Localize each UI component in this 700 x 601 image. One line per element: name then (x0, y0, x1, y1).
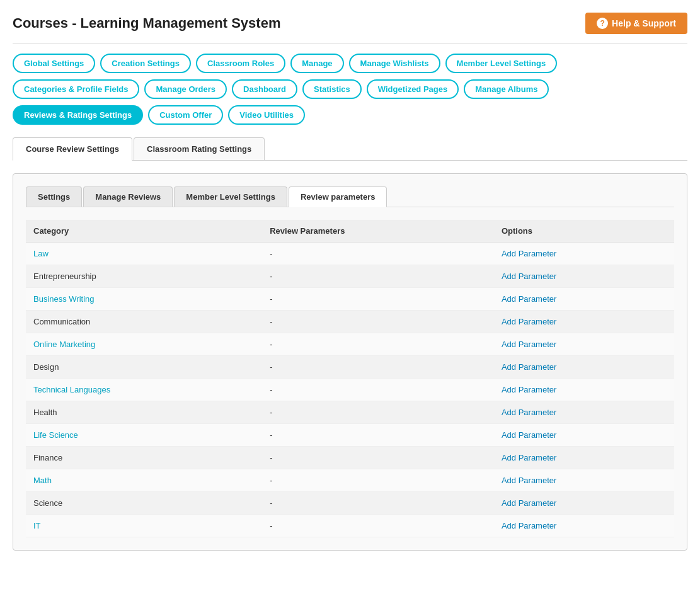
add-parameter-link[interactable]: Add Parameter (502, 430, 556, 440)
cell-category: Math (26, 469, 262, 492)
cell-options: Add Parameter (494, 288, 674, 311)
cell-category: Entrepreneurship (26, 265, 262, 288)
help-button-label: Help & Support (612, 18, 676, 28)
add-parameter-link[interactable]: Add Parameter (502, 453, 556, 462)
nav-pill-creation-settings[interactable]: Creation Settings (100, 54, 191, 73)
cell-category: IT (26, 515, 262, 537)
table-row: Health-Add Parameter (26, 401, 674, 424)
nav-pill-widgetized-pages[interactable]: Widgetized Pages (367, 79, 459, 99)
page-title: Courses - Learning Management System (13, 15, 280, 31)
inner-tab-settings[interactable]: Settings (26, 186, 82, 207)
table-row: Communication-Add Parameter (26, 311, 674, 333)
cell-category: Law (26, 243, 262, 265)
nav-pill-statistics[interactable]: Statistics (302, 79, 362, 99)
cell-review-parameters: - (262, 265, 494, 288)
cell-options: Add Parameter (494, 379, 674, 401)
cell-review-parameters: - (262, 311, 494, 333)
add-parameter-link[interactable]: Add Parameter (502, 498, 556, 508)
inner-tabs: SettingsManage ReviewsMember Level Setti… (26, 186, 674, 207)
table-row: Business Writing-Add Parameter (26, 288, 674, 311)
table-row: Entrepreneurship-Add Parameter (26, 265, 674, 288)
nav-pill-manage[interactable]: Manage (290, 54, 343, 73)
cell-options: Add Parameter (494, 356, 674, 379)
nav-pill-reviews-ratings-settings[interactable]: Reviews & Ratings Settings (13, 105, 143, 125)
col-category: Category (26, 220, 262, 243)
nav-pill-categories-profile-fields[interactable]: Categories & Profile Fields (13, 79, 139, 99)
cell-review-parameters: - (262, 356, 494, 379)
cell-category: Design (26, 356, 262, 379)
cell-options: Add Parameter (494, 311, 674, 333)
nav-pill-global-settings[interactable]: Global Settings (13, 54, 95, 73)
cell-options: Add Parameter (494, 243, 674, 265)
nav-pill-dashboard[interactable]: Dashboard (232, 79, 297, 99)
cell-category: Business Writing (26, 288, 262, 311)
add-parameter-link[interactable]: Add Parameter (502, 408, 556, 417)
cell-options: Add Parameter (494, 265, 674, 288)
cell-options: Add Parameter (494, 333, 674, 356)
category-link[interactable]: Life Science (33, 430, 78, 440)
cell-review-parameters: - (262, 469, 494, 492)
add-parameter-link[interactable]: Add Parameter (502, 272, 556, 281)
inner-tab-manage-reviews[interactable]: Manage Reviews (83, 186, 173, 207)
cell-category: Science (26, 492, 262, 515)
cell-category: Health (26, 401, 262, 424)
nav-pill-video-utilities[interactable]: Video Utilities (228, 105, 305, 125)
table-row: Technical Languages-Add Parameter (26, 379, 674, 401)
cell-category: Online Marketing (26, 333, 262, 356)
help-support-button[interactable]: ? Help & Support (585, 13, 687, 34)
add-parameter-link[interactable]: Add Parameter (502, 476, 556, 485)
cell-options: Add Parameter (494, 447, 674, 469)
nav-row-2: Categories & Profile FieldsManage Orders… (13, 79, 687, 99)
nav-pill-manage-wishlists[interactable]: Manage Wishlists (349, 54, 440, 73)
category-link[interactable]: IT (33, 521, 41, 530)
inner-card: SettingsManage ReviewsMember Level Setti… (13, 173, 687, 551)
cell-options: Add Parameter (494, 401, 674, 424)
nav-row-3: Reviews & Ratings SettingsCustom OfferVi… (13, 105, 687, 125)
category-link[interactable]: Online Marketing (33, 340, 95, 349)
help-icon: ? (597, 18, 608, 29)
inner-tab-member-level-settings-inner[interactable]: Member Level Settings (174, 186, 287, 207)
cell-review-parameters: - (262, 243, 494, 265)
cell-options: Add Parameter (494, 515, 674, 537)
cell-options: Add Parameter (494, 469, 674, 492)
category-link[interactable]: Business Writing (33, 294, 95, 304)
col-options: Options (494, 220, 674, 243)
nav-row-1: Global SettingsCreation SettingsClassroo… (13, 54, 687, 73)
add-parameter-link[interactable]: Add Parameter (502, 521, 556, 530)
add-parameter-link[interactable]: Add Parameter (502, 340, 556, 349)
inner-tab-review-parameters[interactable]: Review parameters (289, 186, 387, 207)
cell-review-parameters: - (262, 401, 494, 424)
add-parameter-link[interactable]: Add Parameter (502, 294, 556, 304)
cell-review-parameters: - (262, 447, 494, 469)
cell-category: Technical Languages (26, 379, 262, 401)
table-row: Math-Add Parameter (26, 469, 674, 492)
add-parameter-link[interactable]: Add Parameter (502, 385, 556, 394)
page-wrapper: Courses - Learning Management System ? H… (0, 0, 700, 601)
outer-tab-classroom-rating-settings[interactable]: Classroom Rating Settings (134, 137, 265, 160)
nav-pill-manage-orders[interactable]: Manage Orders (144, 79, 227, 99)
cell-review-parameters: - (262, 492, 494, 515)
category-link[interactable]: Law (33, 249, 49, 258)
cell-category: Life Science (26, 424, 262, 447)
nav-pill-manage-albums[interactable]: Manage Albums (464, 79, 549, 99)
add-parameter-link[interactable]: Add Parameter (502, 249, 556, 258)
cell-category: Communication (26, 311, 262, 333)
outer-tabs: Course Review SettingsClassroom Rating S… (13, 137, 687, 161)
cell-options: Add Parameter (494, 424, 674, 447)
table-row: IT-Add Parameter (26, 515, 674, 537)
add-parameter-link[interactable]: Add Parameter (502, 362, 556, 372)
cell-review-parameters: - (262, 379, 494, 401)
nav-pill-custom-offer[interactable]: Custom Offer (148, 105, 223, 125)
col-review-parameters: Review Parameters (262, 220, 494, 243)
outer-tab-course-review-settings[interactable]: Course Review Settings (13, 137, 132, 161)
table-row: Design-Add Parameter (26, 356, 674, 379)
review-parameters-table: Category Review Parameters Options Law-A… (26, 220, 674, 537)
nav-pill-member-level-settings[interactable]: Member Level Settings (445, 54, 558, 73)
cell-options: Add Parameter (494, 492, 674, 515)
add-parameter-link[interactable]: Add Parameter (502, 317, 556, 326)
category-link[interactable]: Technical Languages (33, 385, 110, 394)
table-row: Finance-Add Parameter (26, 447, 674, 469)
nav-pill-classroom-roles[interactable]: Classroom Roles (196, 54, 285, 73)
category-link[interactable]: Math (33, 476, 52, 485)
cell-review-parameters: - (262, 424, 494, 447)
